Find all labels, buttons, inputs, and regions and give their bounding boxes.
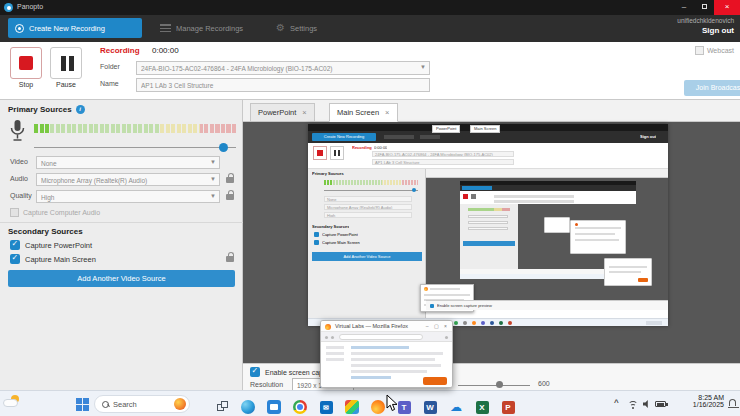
tray-chevron-icon[interactable]: ^ (614, 398, 619, 407)
webcast-label: Webcast (707, 47, 734, 54)
tab-powerpoint-label: PowerPoint (258, 108, 296, 117)
excel-icon[interactable]: X (474, 399, 490, 415)
close-button[interactable]: × (714, 0, 740, 15)
capture-main-screen-row[interactable]: Capture Main Screen (10, 254, 96, 264)
close-icon[interactable] (302, 108, 306, 117)
add-video-source-button[interactable]: Add Another Video Source (8, 270, 235, 287)
window-title: Panopto (17, 3, 43, 10)
create-recording-label: Create New Recording (29, 24, 105, 33)
name-label: Name (100, 80, 119, 87)
mini-tab-powerpoint: PowerPoint (432, 125, 460, 133)
tab-manage-recordings[interactable]: Manage Recordings (160, 18, 243, 38)
info-icon[interactable]: i (76, 105, 85, 114)
battery-icon[interactable] (655, 401, 666, 407)
record-icon (15, 24, 24, 33)
audio-source-dropdown[interactable]: Microphone Array (Realtek(R) Audio) ▼ (36, 173, 220, 186)
video-source-dropdown[interactable]: None ▼ (36, 156, 220, 169)
chevron-down-icon: ▼ (210, 159, 216, 165)
minimize-button[interactable]: – (674, 0, 694, 15)
chrome-icon[interactable] (292, 399, 308, 415)
mini-pause-button (330, 146, 344, 160)
maximize-button[interactable] (694, 0, 714, 15)
capture-computer-audio-checkbox[interactable] (10, 208, 19, 217)
onedrive-icon[interactable]: ☁ (448, 399, 464, 415)
preview-tab-bar: PowerPoint Main Screen (243, 100, 740, 122)
webcast-checkbox-row[interactable]: Webcast (695, 46, 734, 55)
search-box[interactable]: Search (94, 395, 190, 413)
mail-icon[interactable]: ✉ (318, 399, 334, 415)
join-broadcast-button[interactable]: Join Broadcast (684, 80, 740, 96)
mini-secondary-sources-heading: Secondary Sources (312, 224, 349, 229)
tab-main-screen[interactable]: Main Screen (329, 103, 398, 122)
tab-create-new-recording[interactable]: Create New Recording (8, 18, 142, 38)
folder-dropdown[interactable]: 24FA-BIO-175-AC02-476864 - 24FA Microbio… (136, 61, 430, 75)
quality-dropdown[interactable]: High ▼ (36, 190, 220, 203)
capture-computer-audio-row: Capture Computer Audio (10, 208, 100, 217)
stop-button[interactable] (10, 47, 42, 79)
weather-cloud-icon[interactable] (3, 399, 18, 407)
mini-nested-window (570, 220, 626, 254)
notification-bell-icon[interactable] (729, 399, 736, 406)
chevron-down-icon: ▼ (210, 193, 216, 199)
word-icon[interactable]: W (422, 399, 438, 415)
mouse-cursor (386, 394, 398, 416)
task-view-icon[interactable] (214, 399, 230, 415)
capture-powerpoint-checkbox[interactable] (10, 240, 20, 250)
photos-icon[interactable] (344, 399, 360, 415)
folder-label: Folder (100, 63, 120, 70)
search-avatar-icon[interactable] (174, 398, 186, 410)
lock-icon (226, 194, 234, 200)
close-icon[interactable] (385, 108, 389, 117)
sign-out-link[interactable]: Sign out (702, 26, 734, 35)
volume-slider-track[interactable] (34, 147, 236, 148)
volume-slider-thumb[interactable] (219, 143, 228, 152)
firefox-taskbar-icon[interactable] (370, 399, 386, 415)
microphone-icon (10, 120, 25, 147)
tab-settings[interactable]: ⚙ Settings (276, 18, 317, 38)
teams-icon[interactable]: T (396, 399, 412, 415)
capture-powerpoint-row[interactable]: Capture PowerPoint (10, 240, 92, 250)
settings-label: Settings (290, 24, 317, 33)
lock-icon (226, 177, 234, 183)
bitrate-slider-thumb[interactable] (496, 381, 503, 388)
capture-main-screen-checkbox[interactable] (10, 254, 20, 264)
audio-level-meter (34, 124, 236, 133)
mini-primary-sources-heading: Primary Sources (312, 171, 344, 176)
clock[interactable]: 8:25 AM 1/16/2025 (666, 394, 724, 408)
back-icon[interactable] (325, 336, 328, 339)
session-name-input[interactable]: AP1 LAb 3 Cell Structure (136, 78, 430, 92)
panopto-window: Panopto – × Create New Recording Manage … (0, 0, 740, 416)
firefox-orange-button[interactable] (423, 377, 447, 385)
volume-icon[interactable] (643, 400, 651, 408)
primary-sources-heading-row: Primary Sources i (8, 105, 85, 114)
mini-recording-timer: 0:00:00 (374, 145, 387, 150)
firefox-url-bar[interactable] (339, 334, 423, 340)
list-icon (160, 24, 171, 33)
primary-sources-heading: Primary Sources (8, 105, 72, 114)
start-button[interactable] (76, 398, 89, 411)
audio-source-value: Microphone Array (Realtek(R) Audio) (41, 175, 209, 186)
gear-icon: ⚙ (276, 23, 285, 33)
mini-audio-meter (324, 180, 418, 185)
firefox-title-bar[interactable]: Virtual Labs — Mozilla Firefox – ▢ × (321, 321, 452, 332)
powerpoint-icon[interactable]: P (500, 399, 516, 415)
store-icon[interactable] (266, 399, 282, 415)
webcast-checkbox[interactable] (695, 46, 704, 55)
secondary-sources-heading: Secondary Sources (8, 227, 83, 236)
firefox-window[interactable]: Virtual Labs — Mozilla Firefox – ▢ × (320, 320, 453, 388)
pause-button[interactable] (50, 47, 82, 79)
menu-icon[interactable] (445, 336, 448, 339)
tray-date: 1/16/2025 (666, 401, 724, 408)
preview-settings-bar: Enable screen capture preview Resolution… (243, 363, 740, 390)
edge-icon[interactable] (240, 399, 256, 415)
firefox-window-controls[interactable]: – ▢ × (426, 323, 449, 329)
forward-icon[interactable] (331, 336, 334, 339)
mini-create-button: Create New Recording (312, 133, 376, 141)
enable-preview-checkbox[interactable] (250, 367, 260, 377)
bitrate-slider-track[interactable] (458, 385, 530, 386)
wifi-icon[interactable] (628, 401, 638, 409)
recording-status: Recording (100, 46, 140, 55)
audio-label: Audio (10, 175, 28, 182)
tab-powerpoint[interactable]: PowerPoint (250, 103, 315, 122)
mini-sign-out: Sign out (640, 134, 656, 139)
